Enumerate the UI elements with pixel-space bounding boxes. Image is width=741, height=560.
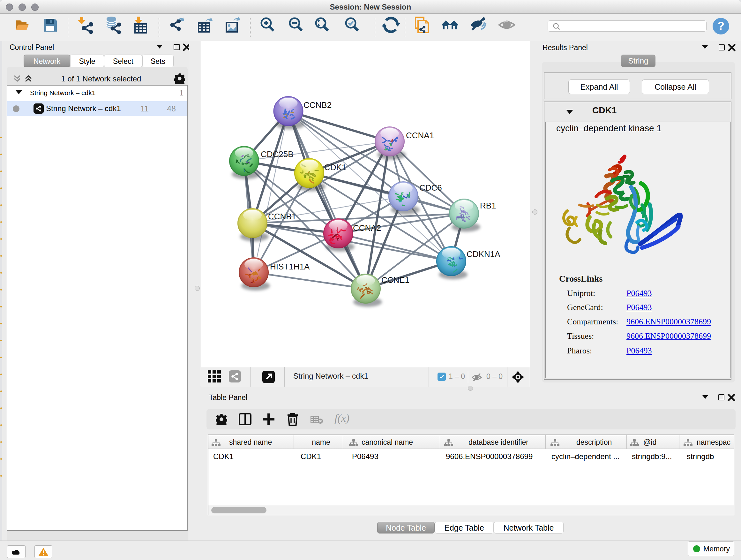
svg-text:CDC6: CDC6: [419, 183, 442, 192]
svg-text:CDK1: CDK1: [324, 163, 346, 172]
svg-text:CCNE1: CCNE1: [381, 275, 409, 285]
svg-text:CCNA1: CCNA1: [406, 131, 434, 140]
svg-text:HIST1H1A: HIST1H1A: [270, 262, 310, 271]
svg-text:CCNA2: CCNA2: [353, 223, 381, 233]
svg-text:CDC25B: CDC25B: [261, 149, 293, 159]
svg-text:CDKN1A: CDKN1A: [467, 249, 500, 259]
svg-text:CCNB1: CCNB1: [268, 212, 296, 221]
svg-text:CCNB2: CCNB2: [304, 100, 332, 110]
svg-text:RB1: RB1: [480, 201, 496, 210]
